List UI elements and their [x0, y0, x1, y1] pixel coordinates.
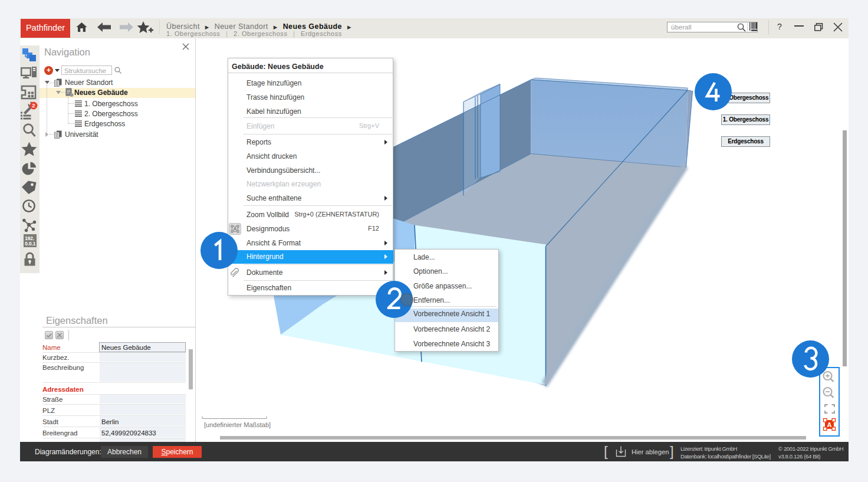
svg-text:A: A: [233, 226, 236, 232]
svg-text:A: A: [827, 421, 832, 428]
svg-text:[undefinierter Maßstab]: [undefinierter Maßstab]: [204, 421, 271, 428]
svg-text:0.0.1: 0.0.1: [25, 241, 36, 247]
svg-text:192.: 192.: [25, 235, 34, 241]
svg-text:2: 2: [32, 102, 35, 109]
